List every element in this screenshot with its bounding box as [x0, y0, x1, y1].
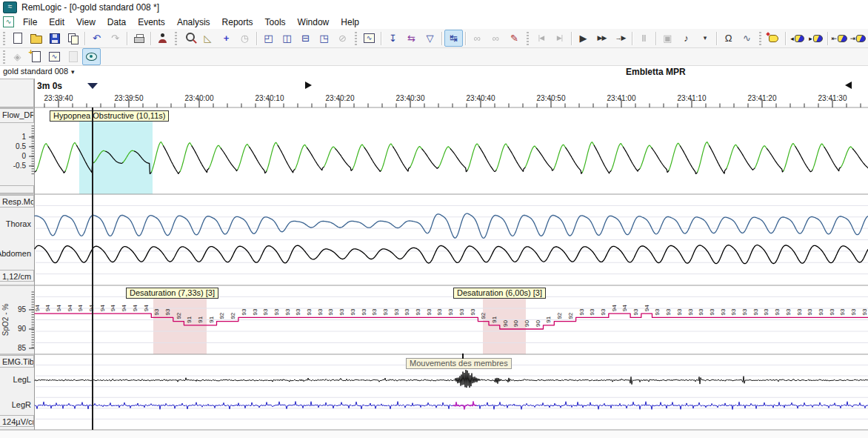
document-menu-icon[interactable]: ∿ [3, 16, 14, 27]
signal-overview-button[interactable]: ∿ [45, 48, 64, 65]
go-last-page-button[interactable]: ▶| [550, 30, 569, 47]
menu-events[interactable]: Events [132, 16, 171, 29]
audio-icon: ♪ [684, 33, 689, 43]
svg-text:91: 91 [545, 316, 552, 322]
svg-text:93: 93 [426, 308, 433, 315]
toolbar-grip[interactable] [3, 32, 5, 45]
open-recording-button[interactable] [27, 30, 45, 47]
print-button[interactable] [130, 30, 148, 47]
next-event-button[interactable]: ▸ [807, 30, 825, 47]
toolbar-secondary: ◈∿ [0, 48, 868, 66]
go-last-page-icon: ▶| [557, 35, 562, 42]
measure-tool-button[interactable]: ◺ [198, 30, 217, 47]
compare-signals-button[interactable]: ⇆ [402, 30, 421, 47]
time-tool-button[interactable]: ◷ [236, 30, 254, 47]
audio-options-button[interactable]: ▾ [695, 30, 714, 47]
desaturation-1-label[interactable]: Desaturation (7,33s) [3] [126, 288, 218, 299]
undo-icon: ↶ [93, 33, 101, 43]
svg-text:90: 90 [524, 320, 530, 327]
event-pen-icon: ✎ [510, 33, 518, 43]
zoom-tool-button[interactable] [180, 30, 198, 47]
window-split-horizontal-button[interactable]: ⊟ [296, 30, 315, 47]
svg-text:93: 93 [470, 308, 476, 315]
hypopnea-label[interactable]: Hypopnea Obstructive (10,11s) [50, 110, 169, 122]
menu-analysis[interactable]: Analysis [171, 16, 216, 29]
toolbar-grip[interactable] [3, 50, 5, 64]
svg-text:94: 94 [34, 305, 41, 311]
insert-signal-button[interactable]: ↧ [384, 30, 402, 47]
time-cursor-handle[interactable] [87, 83, 98, 89]
menu-help[interactable]: Help [335, 16, 365, 29]
menu-data[interactable]: Data [101, 16, 132, 29]
limb-movement-label[interactable]: Mouvements des membres [406, 358, 512, 369]
new-event-button[interactable] [764, 30, 783, 47]
amplitude-scale-button[interactable]: ↹ [444, 30, 463, 47]
menu-file[interactable]: File [17, 16, 43, 29]
menu-window[interactable]: Window [292, 16, 335, 29]
time-cursor[interactable] [92, 107, 93, 430]
toolbar-grip[interactable] [355, 32, 357, 45]
title-bar: ≈ RemLogic - [0-gold standard 008 *] [0, 0, 868, 15]
impedance-button[interactable]: Ω [719, 30, 738, 47]
analyze-mode-button[interactable]: ∞ [487, 30, 505, 47]
patient-info-button[interactable] [153, 30, 172, 47]
signal-canvas[interactable]: 23:39:4023:39:5023:40:0023:40:1023:40:20… [0, 79, 868, 438]
pause-button[interactable]: ‖ [635, 30, 653, 47]
play-to-cursor-button[interactable]: →▶ [611, 30, 630, 47]
svg-text:93: 93 [829, 308, 835, 315]
toolbar-sep [571, 32, 572, 45]
video-button[interactable]: ▣ [658, 30, 677, 47]
first-event-button[interactable]: ⇤ [830, 30, 849, 47]
svg-text:93: 93 [850, 308, 857, 315]
event-pen-button[interactable]: ✎ [505, 30, 524, 47]
record-marker-button[interactable]: ◈ [8, 48, 27, 65]
play-fast-button[interactable]: ▶▶ [592, 30, 611, 47]
new-recording-button[interactable] [8, 30, 27, 47]
save-button[interactable] [45, 30, 64, 47]
prev-event-button[interactable]: ◂ [788, 30, 807, 47]
copy-button[interactable] [64, 30, 82, 47]
svg-text:90: 90 [513, 320, 519, 327]
calibration-signal-button[interactable]: ∿ [738, 30, 756, 47]
last-event-button[interactable]: ⇥ [849, 30, 867, 47]
signal-overview-icon: ∿ [49, 52, 60, 62]
window-layout-button[interactable]: ◰ [259, 30, 278, 47]
menu-view[interactable]: View [70, 16, 101, 29]
svg-text:23:41:10: 23:41:10 [678, 94, 707, 102]
window-length[interactable]: 3m 0s [37, 81, 62, 91]
toolbar-grip[interactable] [175, 32, 177, 45]
crosshair-tool-button[interactable]: + [217, 30, 236, 47]
toolbar-grip[interactable] [759, 32, 761, 45]
toolbar-grip[interactable] [527, 32, 529, 45]
video-icon: ▣ [663, 33, 672, 43]
desaturation-2-label[interactable]: Desaturation (6,00s) [3] [453, 288, 546, 299]
review-mode-button[interactable]: ∞ [468, 30, 487, 47]
window-refresh-button[interactable]: ⊘ [333, 30, 352, 47]
svg-text:93: 93 [393, 308, 400, 315]
chevron-down-icon: ▾ [71, 68, 75, 76]
redo-button[interactable]: ↷ [106, 30, 124, 47]
record-marker-icon: ◈ [14, 52, 21, 62]
menu-tools[interactable]: Tools [259, 16, 292, 29]
new-page-button[interactable] [27, 48, 45, 65]
remlogic-window: ≈ RemLogic - [0-gold standard 008 *] ∿ F… [0, 0, 868, 438]
menu-reports[interactable]: Reports [216, 16, 259, 29]
menu-edit[interactable]: Edit [43, 16, 70, 29]
report-page-button[interactable] [64, 48, 82, 65]
audio-button[interactable]: ♪ [677, 30, 695, 47]
window-split-vertical-button[interactable]: ◫ [278, 30, 296, 47]
svg-text:90: 90 [535, 320, 541, 327]
montage-selector[interactable]: gold standard 008▾ [3, 67, 75, 76]
arrow-glyph: ◂ [790, 35, 794, 42]
window-split-custom-button[interactable]: ◳ [315, 30, 333, 47]
svg-text:91: 91 [186, 316, 193, 322]
filter-button[interactable]: ▽ [421, 30, 439, 47]
play-button[interactable]: ▶ [574, 30, 592, 47]
new-signal-sheet-button[interactable]: ∿ [360, 30, 378, 47]
new-page-icon [32, 51, 41, 62]
svg-text:93: 93 [458, 308, 465, 315]
visibility-toggle-button[interactable] [82, 48, 101, 65]
go-first-page-button[interactable]: |◀ [532, 30, 550, 47]
undo-button[interactable]: ↶ [87, 30, 106, 47]
svg-text:93: 93 [818, 308, 824, 315]
